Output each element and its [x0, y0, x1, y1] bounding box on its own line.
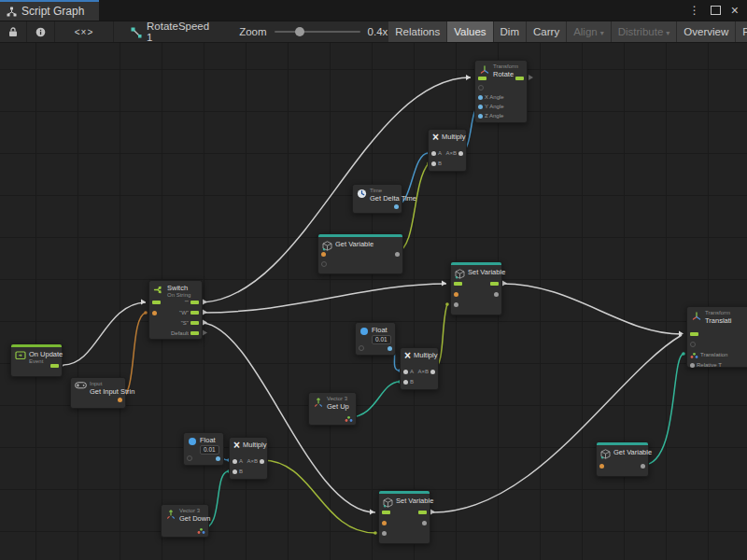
multiply-icon: ×	[404, 352, 411, 360]
toolbar-toggle-full-scre[interactable]: Full Scre	[736, 21, 747, 42]
code-view-button[interactable]: <×>	[55, 21, 114, 42]
flow-port[interactable]	[490, 282, 499, 286]
vector3-port[interactable]	[197, 522, 205, 539]
value-port[interactable]	[382, 531, 387, 536]
value-port[interactable]	[233, 469, 237, 474]
value-port[interactable]	[458, 151, 463, 156]
value-port[interactable]	[403, 380, 408, 385]
unconnected-port[interactable]	[359, 345, 364, 351]
maximize-icon[interactable]	[711, 6, 721, 15]
kebab-menu-icon[interactable]: ⋮	[689, 5, 700, 16]
value-port[interactable]	[430, 370, 435, 374]
switch-on-string-node[interactable]: SwitchOn String"""W""S"Default	[148, 280, 203, 340]
value-port[interactable]	[388, 346, 392, 351]
get-up-node[interactable]: Vector 3Get Up	[308, 392, 357, 426]
toolbar-toggle-relations[interactable]: Relations	[388, 21, 446, 42]
node-title: Multiply	[243, 441, 263, 449]
multiply-mid-node[interactable]: ×MultiplyABA×B	[400, 347, 439, 390]
node-title: Multiply	[414, 351, 434, 359]
zoom-slider[interactable]	[275, 31, 360, 33]
toolbar-toggle-align[interactable]: Align▾	[567, 21, 611, 42]
info-button[interactable]	[27, 21, 55, 42]
value-port[interactable]	[118, 398, 122, 402]
value-port[interactable]	[431, 161, 436, 166]
get-delta-time-node[interactable]: TimeGet Delta Time	[352, 184, 402, 214]
float-bot-node[interactable]: Float0.01	[183, 432, 224, 466]
value-port[interactable]	[599, 464, 604, 469]
set-variable-top-node[interactable]: Set Variable	[450, 261, 502, 315]
value-port[interactable]	[641, 464, 645, 469]
toolbar-toggle-values[interactable]: Values	[447, 21, 492, 42]
port-row	[454, 279, 462, 288]
value-port[interactable]	[233, 459, 237, 464]
lock-button[interactable]	[0, 21, 27, 42]
node-title: Float	[372, 326, 391, 334]
flow-port[interactable]	[190, 311, 199, 315]
rotate-node[interactable]: TransformRotateX AngleY AngleZ Angle	[474, 60, 528, 123]
float-mid-node[interactable]: Float0.01	[355, 322, 396, 356]
value-port[interactable]	[431, 151, 436, 156]
unconnected-port[interactable]	[187, 455, 192, 461]
value-port[interactable]	[403, 370, 408, 374]
graph-breadcrumb[interactable]: RotateSpeed 1	[123, 21, 217, 42]
vector3-port[interactable]	[345, 410, 353, 427]
flow-port[interactable]	[690, 332, 698, 336]
port-row	[359, 343, 364, 353]
value-port[interactable]	[494, 292, 499, 297]
flow-port[interactable]	[478, 77, 486, 80]
toolbar-toggle-distribute[interactable]: Distribute▾	[612, 21, 677, 42]
flow-port[interactable]	[418, 511, 427, 514]
value-port[interactable]	[395, 252, 400, 257]
node-header: ×Multiply	[429, 130, 466, 142]
flow-port[interactable]	[152, 301, 161, 304]
get-variable-rotate-node[interactable]: Get Variable	[317, 233, 403, 274]
port-label: "W"	[179, 310, 189, 315]
port-row	[395, 249, 400, 259]
port-row	[494, 289, 499, 299]
zoom-thumb[interactable]	[295, 27, 304, 36]
multiply-top-node[interactable]: ×MultiplyABA×B	[428, 129, 467, 172]
value-port[interactable]	[690, 363, 695, 368]
multiply-bot-node[interactable]: ×MultiplyABA×B	[229, 437, 268, 480]
value-port[interactable]	[260, 459, 264, 464]
value-port[interactable]	[216, 456, 220, 461]
value-port[interactable]	[422, 521, 427, 525]
close-icon[interactable]: ×	[731, 4, 739, 17]
port-label: B	[239, 469, 243, 474]
value-port[interactable]	[454, 302, 458, 307]
toolbar-toggle-overview[interactable]: Overview	[677, 21, 735, 42]
port-row: Translation	[690, 350, 727, 359]
flow-port[interactable]	[190, 321, 199, 325]
translate-node[interactable]: TransformTranslatiTranslationRelative T	[686, 306, 747, 368]
node-kicker: Input	[90, 381, 121, 387]
node-kicker: Vector 3	[327, 396, 349, 402]
flow-port[interactable]	[190, 331, 199, 335]
flow-port[interactable]	[515, 77, 524, 80]
get-input-string-node[interactable]: InputGet Input Strin	[70, 377, 126, 409]
unconnected-port[interactable]	[478, 85, 484, 91]
toolbar-toggle-dim[interactable]: Dim	[494, 21, 526, 42]
graph-reference-icon	[131, 27, 142, 38]
flow-port[interactable]	[50, 364, 59, 368]
port-label: A×B	[417, 369, 429, 374]
get-down-node[interactable]: Vector 3Get Down	[161, 504, 209, 538]
toolbar-toggle-carry[interactable]: Carry	[527, 21, 566, 42]
port-label: ""	[185, 300, 189, 305]
get-variable-right-node[interactable]: Get Variable	[596, 441, 649, 477]
set-variable-bottom-node[interactable]: Set Variable	[378, 490, 430, 544]
on-update-node[interactable]: On UpdateEvent	[10, 343, 63, 377]
tab-script-graph[interactable]: Script Graph	[0, 0, 99, 21]
value-port[interactable]	[454, 292, 458, 297]
script-graph-icon	[7, 7, 17, 17]
value-port[interactable]	[152, 311, 157, 315]
value-port[interactable]	[321, 252, 326, 257]
flow-port[interactable]	[454, 282, 462, 286]
value-port[interactable]	[478, 95, 483, 100]
unconnected-port[interactable]	[321, 261, 327, 267]
value-port[interactable]	[382, 521, 387, 525]
flow-port[interactable]	[382, 511, 390, 514]
flow-port[interactable]	[190, 301, 199, 304]
value-port[interactable]	[478, 105, 483, 109]
value-port[interactable]	[394, 204, 399, 209]
value-port[interactable]	[478, 114, 483, 119]
